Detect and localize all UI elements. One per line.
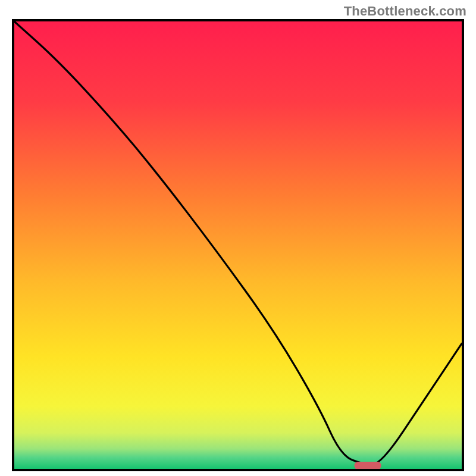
chart-background [14, 21, 462, 469]
watermark-text: TheBottleneck.com [344, 4, 466, 19]
chart-frame [12, 19, 464, 471]
chart-svg [14, 21, 462, 469]
chart-stage: TheBottleneck.com [0, 0, 476, 476]
optimum-marker [355, 462, 381, 469]
